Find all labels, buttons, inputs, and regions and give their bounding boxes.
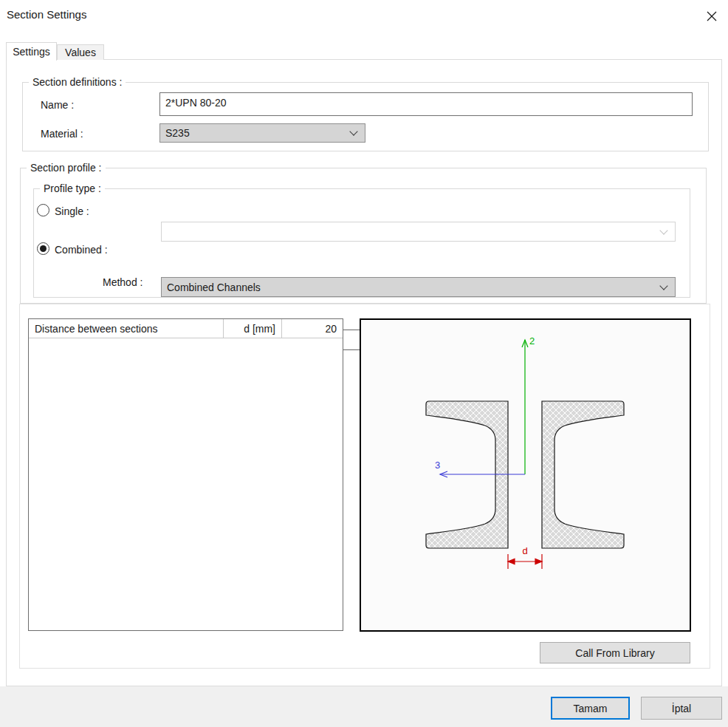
profile-type-group-label: Profile type : [40, 182, 105, 194]
section-definitions-group-label: Section definitions : [29, 76, 126, 88]
axis-2-label: 2 [529, 335, 535, 347]
axis-2 [522, 340, 528, 474]
chevron-down-icon [659, 281, 667, 290]
distance-table: Distance between sections d [mm] 20 [28, 318, 343, 631]
dimension-d-label: d [522, 545, 527, 556]
section-preview-drawing: 2 3 d [361, 320, 690, 630]
material-label: Material : [41, 128, 83, 140]
material-select[interactable]: S235 [159, 123, 365, 143]
section-profile-group-label: Section profile : [27, 162, 106, 174]
table-cell-unit: d [mm] [224, 319, 282, 338]
single-label: Single : [55, 205, 89, 217]
close-button[interactable] [701, 6, 722, 27]
ok-button[interactable]: Tamam [551, 697, 630, 720]
table-row[interactable]: Distance between sections d [mm] 20 [29, 319, 343, 338]
combined-radio[interactable] [37, 242, 49, 255]
combined-select[interactable]: Combined Channels [161, 277, 676, 297]
dialog-title: Section Settings [7, 8, 86, 21]
section-preview: 2 3 d [360, 318, 691, 632]
call-from-library-button[interactable]: Call From Library [540, 642, 690, 663]
right-channel-section [542, 401, 624, 548]
combined-label: Combined : [55, 244, 108, 256]
name-input[interactable]: 2*UPN 80-20 [159, 92, 693, 116]
axis-3 [440, 471, 525, 477]
combined-select-value: Combined Channels [167, 281, 261, 293]
chevron-down-icon [659, 226, 667, 234]
dimension-d [508, 554, 542, 569]
cancel-button[interactable]: İptal [641, 697, 722, 720]
tab-values[interactable]: Values [57, 44, 104, 60]
single-select[interactable] [161, 222, 676, 242]
chevron-down-icon [349, 127, 357, 135]
close-icon [706, 10, 718, 22]
tab-settings[interactable]: Settings [6, 42, 57, 61]
table-cell-label: Distance between sections [29, 319, 224, 338]
axis-3-label: 3 [435, 460, 440, 471]
section-settings-dialog: Section Settings Settings Values Section… [0, 0, 728, 727]
name-label: Name : [41, 99, 74, 111]
material-select-value: S235 [165, 127, 190, 139]
table-cell-value[interactable]: 20 [282, 319, 343, 338]
method-label: Method : [103, 276, 142, 288]
single-radio[interactable] [37, 204, 49, 216]
